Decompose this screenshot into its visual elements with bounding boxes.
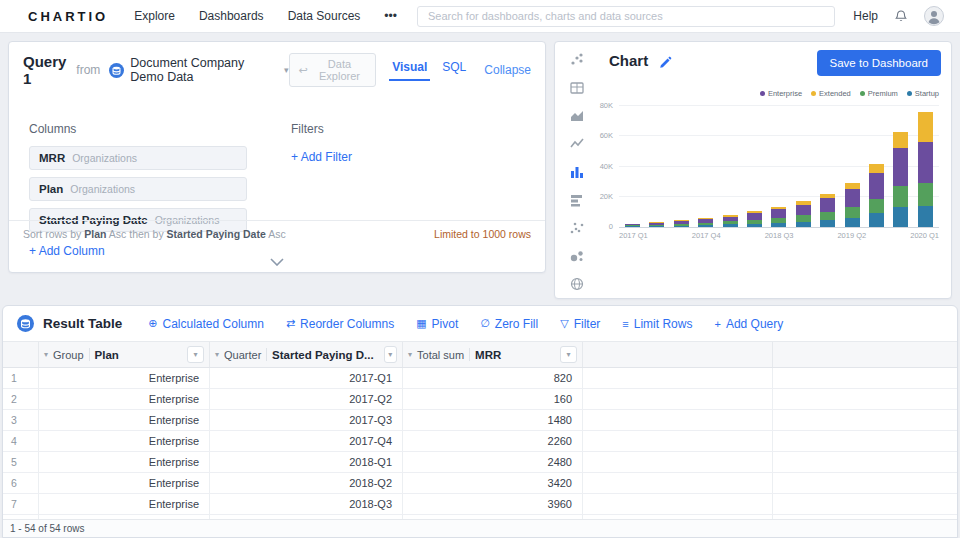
row-number-header — [3, 342, 39, 367]
query-title: Query 1 — [23, 53, 69, 87]
query-column-pill-plan[interactable]: PlanOrganizations — [29, 177, 247, 201]
calculated-column-icon: ⊕ — [148, 317, 157, 330]
chart-type-table-icon[interactable] — [563, 74, 591, 102]
chevron-down-icon[interactable]: ▾ — [215, 350, 219, 359]
legend-item-premium[interactable]: Premium — [860, 89, 898, 98]
x-axis-tick-label — [815, 231, 837, 240]
pivot-button[interactable]: ▦Pivot — [416, 317, 458, 331]
chart-title: Chart — [609, 52, 648, 69]
cell-quarter: 2017-Q1 — [210, 368, 403, 388]
edit-chart-title-pencil-icon[interactable] — [659, 56, 672, 69]
sort-summary: Sort rows by Plan Asc then by Started Pa… — [23, 228, 286, 240]
add-filter-link[interactable]: + Add Filter — [291, 150, 352, 164]
column-header-started-paying-d-[interactable]: ▾QuarterStarted Paying D...▾ — [210, 342, 403, 367]
rows-count-info: 1 - 54 of 54 rows — [10, 523, 84, 534]
cell-plan: Enterprise — [39, 494, 210, 514]
legend-item-startup[interactable]: Startup — [907, 89, 939, 98]
bar-segment-extended — [893, 132, 908, 149]
topbar-right: Help — [853, 6, 944, 26]
column-menu-dropdown[interactable]: ▾ — [187, 346, 204, 363]
cell-plan: Enterprise — [39, 452, 210, 472]
bar-segment-startup — [893, 207, 908, 227]
bar-segment-startup — [698, 225, 713, 227]
cell-mrr: 2480 — [403, 452, 583, 472]
query-column-pill-mrr[interactable]: MRROrganizations — [29, 146, 247, 170]
y-axis-tick-label: 0 — [581, 222, 613, 231]
bar-segment-startup — [796, 222, 811, 227]
cell-mrr: 3960 — [403, 494, 583, 514]
column-header-empty[interactable] — [773, 342, 957, 367]
column-header-mrr[interactable]: ▾Total sumMRR▾ — [403, 342, 583, 367]
notifications-bell-icon[interactable] — [894, 9, 908, 24]
column-menu-dropdown[interactable]: ▾ — [560, 346, 577, 363]
cell-plan: Enterprise — [39, 410, 210, 430]
legend-item-extended[interactable]: Extended — [811, 89, 851, 98]
nav-item-more[interactable]: ••• — [384, 9, 397, 23]
nav-item-dashboards[interactable]: Dashboards — [199, 9, 264, 23]
bar-segment-startup — [649, 226, 664, 227]
add-query-button[interactable]: +Add Query — [714, 317, 783, 331]
chart-type-map-icon[interactable] — [563, 270, 591, 298]
bar-segment-startup — [869, 213, 884, 227]
reorder-columns-button[interactable]: ⇄Reorder Columns — [286, 317, 394, 331]
data-explorer-button[interactable]: ↩ Data Explorer — [289, 53, 377, 87]
chart-type-scatter-icon[interactable] — [563, 46, 591, 74]
tab-sql[interactable]: SQL — [442, 60, 466, 81]
bar-segment-enterprise — [820, 198, 835, 212]
bar-segment-startup — [918, 206, 933, 227]
chartio-logo[interactable]: CHARTIO — [28, 9, 108, 24]
cell-quarter: 2017-Q3 — [210, 410, 403, 430]
result-table-title: Result Table — [43, 316, 122, 331]
bar-segment-startup — [723, 224, 738, 227]
chevron-down-icon[interactable]: ▾ — [44, 350, 48, 359]
user-avatar[interactable] — [924, 6, 944, 26]
x-axis-tick-label — [793, 231, 815, 240]
save-to-dashboard-button[interactable]: Save to Dashboard — [817, 50, 941, 76]
calculated-column-button[interactable]: ⊕Calculated Column — [148, 317, 264, 331]
legend-item-enterprise[interactable]: Enterprise — [760, 89, 802, 98]
stacked-bar — [625, 224, 640, 227]
collapse-link[interactable]: Collapse — [484, 63, 531, 77]
cell-quarter: 2017-Q4 — [210, 431, 403, 451]
bar-segment-enterprise — [796, 205, 811, 216]
cell-empty — [583, 494, 773, 514]
cell-mrr: 3420 — [403, 473, 583, 493]
datasource-selector[interactable]: Document Company Demo Data — [130, 56, 280, 84]
add-column-link[interactable]: + Add Column — [29, 244, 247, 258]
stacked-bar — [869, 164, 884, 227]
global-search-input[interactable] — [417, 6, 835, 27]
aggregation-label[interactable]: Group — [53, 349, 84, 361]
legend-label: Enterprise — [768, 89, 802, 98]
y-axis-tick-label: 80K — [581, 101, 613, 110]
table-row: 3Enterprise2017-Q31480 — [3, 410, 957, 431]
help-link[interactable]: Help — [853, 9, 878, 23]
column-header-empty[interactable] — [583, 342, 773, 367]
query-collapse-chevron-icon[interactable] — [270, 258, 284, 266]
legend-dot — [811, 91, 816, 96]
legend-label: Extended — [819, 89, 851, 98]
chevron-down-icon[interactable]: ▾ — [408, 350, 412, 359]
nav-item-explore[interactable]: Explore — [134, 9, 175, 23]
nav-item-data-sources[interactable]: Data Sources — [288, 9, 361, 23]
header-divider — [89, 348, 90, 361]
column-menu-dropdown[interactable]: ▾ — [384, 346, 397, 363]
cell-row-number: 1 — [3, 368, 39, 388]
zero-fill-icon: ∅ — [480, 317, 490, 330]
column-header-plan[interactable]: ▾GroupPlan▾ — [39, 342, 210, 367]
column-pill-source: Organizations — [72, 152, 137, 164]
result-table-toolbar: ⊕Calculated Column⇄Reorder Columns▦Pivot… — [148, 317, 783, 331]
chart-type-bubble-icon[interactable] — [563, 242, 591, 270]
zero-fill-button[interactable]: ∅Zero Fill — [480, 317, 538, 331]
limit-rows-icon: ≡ — [622, 318, 628, 330]
legend-dot — [907, 91, 912, 96]
tab-visual[interactable]: Visual — [392, 60, 427, 81]
aggregation-label[interactable]: Total sum — [417, 349, 464, 361]
aggregation-label[interactable]: Quarter — [224, 349, 261, 361]
cell-empty — [583, 410, 773, 430]
x-axis-tick-label — [721, 231, 743, 240]
cell-plan: Enterprise — [39, 368, 210, 388]
chevron-down-icon[interactable]: ▾ — [284, 65, 289, 75]
filter-button[interactable]: ▽Filter — [560, 317, 600, 331]
limit-rows-button[interactable]: ≡Limit Rows — [622, 317, 692, 331]
cell-quarter: 2018-Q3 — [210, 494, 403, 514]
